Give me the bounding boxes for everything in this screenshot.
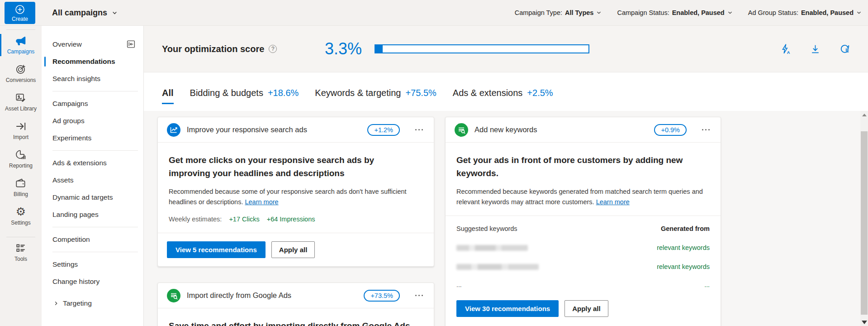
campaign-status-filter[interactable]: Campaign Status: Enabled, Paused bbox=[617, 9, 732, 16]
rail-item-label: Conversions bbox=[6, 77, 36, 84]
create-button[interactable]: Create bbox=[5, 2, 35, 24]
keyword-search-icon bbox=[167, 289, 180, 302]
chevron-down-icon bbox=[727, 10, 733, 15]
campaign-type-filter[interactable]: Campaign Type: All Types bbox=[515, 9, 602, 16]
impressions-estimate: +64 Impressions bbox=[267, 216, 315, 223]
apply-all-button[interactable]: Apply all bbox=[271, 241, 315, 258]
ad-group-status-filter[interactable]: Ad Group Status: Enabled, Paused bbox=[748, 9, 862, 16]
download-icon[interactable] bbox=[810, 43, 821, 55]
card-google-import: Import directly from Google Ads +73.5% S… bbox=[157, 283, 434, 326]
sidebar-item-dynamic-ad-targets[interactable]: Dynamic ad targets bbox=[42, 189, 143, 206]
target-icon bbox=[15, 63, 27, 75]
sidebar-item-settings[interactable]: Settings bbox=[42, 256, 143, 273]
rail-item-settings[interactable]: ⚙ Settings bbox=[0, 203, 42, 230]
scroll-down-icon[interactable] bbox=[860, 318, 868, 326]
divider bbox=[6, 29, 35, 30]
filter-label: Ad Group Status: bbox=[748, 9, 798, 16]
sidebar-item-competition[interactable]: Competition bbox=[42, 231, 143, 248]
card-body: Get more clicks on your responsive searc… bbox=[158, 143, 434, 233]
learn-more-link[interactable]: Learn more bbox=[245, 198, 278, 206]
score-uplift-badge: +73.5% bbox=[364, 290, 400, 302]
divider bbox=[52, 227, 138, 227]
rail-item-label: Import bbox=[13, 134, 28, 141]
sidebar-item-change-history[interactable]: Change history bbox=[42, 273, 143, 290]
suggested-keywords-table: Suggested keywords Generated from releva… bbox=[446, 216, 721, 288]
sidebar-item-campaigns[interactable]: Campaigns bbox=[42, 95, 143, 112]
chevron-down-icon bbox=[596, 10, 602, 15]
redacted-keyword bbox=[456, 264, 539, 270]
scope-label: All campaigns bbox=[52, 8, 107, 18]
filter-value: Enabled, Paused bbox=[801, 9, 854, 16]
sidebar-item-ads-extensions[interactable]: Ads & extensions bbox=[42, 154, 143, 172]
sidebar-item-label: Dynamic ad targets bbox=[52, 193, 113, 201]
rail-item-conversions[interactable]: Conversions bbox=[0, 60, 42, 87]
rail-item-campaigns[interactable]: Campaigns bbox=[0, 32, 42, 58]
scope-dropdown[interactable]: All campaigns bbox=[52, 8, 118, 18]
sidebar-item-experiments[interactable]: Experiments bbox=[42, 129, 143, 147]
card-improve-rsa: Improve your responsive search ads +1.2%… bbox=[157, 117, 434, 267]
card-title: Import directly from Google Ads bbox=[187, 291, 291, 300]
image-icon bbox=[15, 92, 27, 104]
more-icon[interactable] bbox=[702, 126, 710, 133]
tab-keywords-targeting[interactable]: Keywords & targeting +75.5% bbox=[315, 88, 436, 104]
tab-bidding-budgets[interactable]: Bidding & budgets +18.6% bbox=[190, 88, 299, 104]
scroll-up-icon[interactable] bbox=[860, 111, 868, 119]
rail-item-label: Campaigns bbox=[7, 48, 35, 55]
filter-value: All Types bbox=[565, 9, 593, 16]
card-body: Save time and effort by importing direct… bbox=[158, 308, 434, 326]
card-title: Add new keywords bbox=[474, 125, 537, 134]
card-heading: Save time and effort by importing direct… bbox=[169, 319, 423, 326]
tab-all[interactable]: All bbox=[162, 88, 174, 104]
icon-rail: Campaigns Conversions Asset Library Impo… bbox=[0, 26, 42, 326]
ellipsis: ... bbox=[704, 281, 710, 288]
card-heading: Get your ads in front of more customers … bbox=[456, 153, 692, 180]
rail-item-asset-library[interactable]: Asset Library bbox=[0, 89, 42, 115]
pie-chart-icon bbox=[15, 149, 27, 161]
sidebar-item-landing-pages[interactable]: Landing pages bbox=[42, 206, 143, 223]
sidebar-item-label: Settings bbox=[52, 260, 78, 268]
divider bbox=[6, 237, 35, 237]
score-title-label: Your optimization score bbox=[162, 44, 264, 54]
learn-more-link[interactable]: Learn more bbox=[596, 198, 630, 206]
more-icon[interactable] bbox=[415, 126, 423, 133]
table-row: relevant keywords bbox=[456, 263, 710, 270]
rail-item-import[interactable]: Import bbox=[0, 117, 42, 144]
sidebar-item-assets[interactable]: Assets bbox=[42, 172, 143, 189]
sidebar-item-label: Recommendations bbox=[52, 58, 115, 66]
score-title: Your optimization score ? bbox=[162, 44, 311, 54]
card-header: Add new keywords +0.9% bbox=[446, 117, 721, 143]
sidebar-item-recommendations[interactable]: Recommendations bbox=[42, 53, 143, 70]
main-content: Your optimization score ? 3.3% A All Bid… bbox=[144, 26, 868, 326]
sidebar-item-targeting[interactable]: Targeting bbox=[42, 295, 143, 312]
divider bbox=[52, 252, 138, 252]
sidebar-item-label: Landing pages bbox=[52, 211, 99, 219]
rail-item-label: Billing bbox=[14, 191, 28, 198]
score-actions: A bbox=[780, 43, 851, 55]
rail-item-billing[interactable]: Billing bbox=[0, 174, 42, 201]
rail-item-reporting[interactable]: Reporting bbox=[0, 146, 42, 173]
filter-value: Enabled, Paused bbox=[672, 9, 725, 16]
view-recommendations-button[interactable]: View 30 recommendations bbox=[456, 300, 559, 317]
more-icon[interactable] bbox=[415, 292, 423, 299]
recommendation-tabs: All Bidding & budgets +18.6% Keywords & … bbox=[144, 72, 868, 111]
divider bbox=[52, 91, 138, 91]
sidebar-item-label: Search insights bbox=[52, 75, 100, 83]
scroll-thumb[interactable] bbox=[861, 131, 868, 315]
sidebar-item-label: Ad groups bbox=[52, 117, 85, 125]
vertical-scrollbar[interactable] bbox=[860, 111, 868, 326]
tab-label: Bidding & budgets bbox=[190, 88, 263, 98]
sidebar-item-search-insights[interactable]: Search insights bbox=[42, 70, 143, 87]
card-footer: View 30 recommendations Apply all bbox=[446, 288, 721, 326]
history-icon[interactable] bbox=[839, 43, 851, 55]
rail-item-tools[interactable]: Tools bbox=[0, 239, 42, 266]
apply-all-button[interactable]: Apply all bbox=[564, 300, 608, 317]
sidebar-item-overview[interactable]: Overview bbox=[42, 36, 143, 53]
sidebar-item-ad-groups[interactable]: Ad groups bbox=[42, 112, 143, 129]
auto-apply-icon[interactable]: A bbox=[780, 43, 792, 55]
chart-up-icon bbox=[167, 123, 180, 137]
tab-label: All bbox=[162, 88, 174, 98]
tab-ads-extensions[interactable]: Ads & extensions +2.5% bbox=[453, 88, 553, 104]
view-recommendations-button[interactable]: View 5 recommendations bbox=[167, 241, 266, 258]
rail-item-label: Tools bbox=[14, 256, 27, 263]
help-icon[interactable]: ? bbox=[269, 45, 277, 53]
